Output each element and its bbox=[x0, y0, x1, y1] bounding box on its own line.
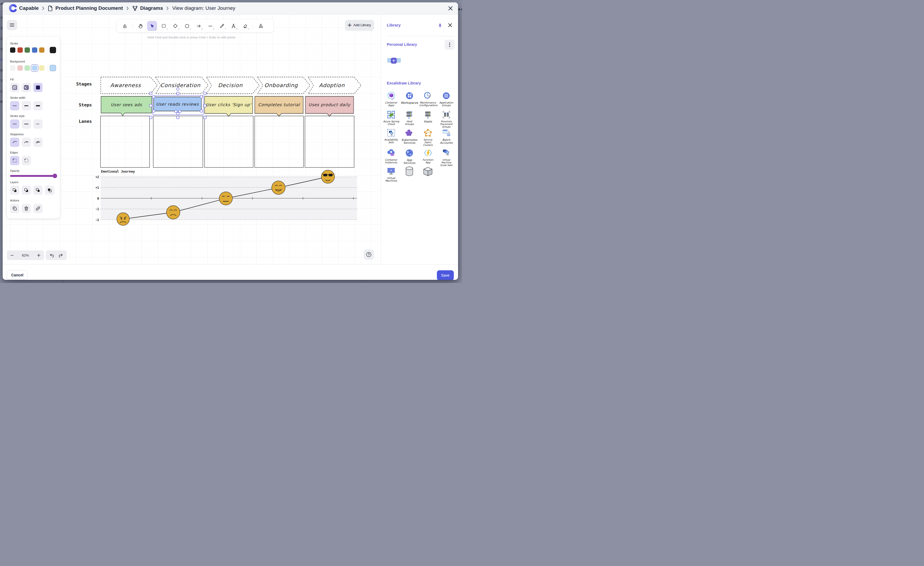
stroke-style-dashed-button[interactable] bbox=[22, 119, 31, 129]
library-item-batch-accounts[interactable]: Batch Accounts bbox=[438, 128, 455, 145]
library-item-kubernetes-services[interactable]: Kubernetes Services bbox=[400, 128, 418, 145]
bg-swatch-green[interactable] bbox=[25, 65, 30, 71]
modal-close-icon[interactable] bbox=[446, 4, 454, 12]
help-button[interactable] bbox=[364, 249, 374, 260]
stroke-swatch-blue[interactable] bbox=[32, 47, 37, 53]
point-handle[interactable] bbox=[176, 112, 179, 115]
sloppiness-architect-button[interactable] bbox=[10, 138, 19, 147]
undo-button[interactable] bbox=[50, 253, 54, 257]
stroke-style-dotted-button[interactable] bbox=[33, 119, 43, 129]
sloppiness-cartoonist-button[interactable] bbox=[33, 138, 43, 147]
library-item-container-instances[interactable]: Container Instances bbox=[382, 149, 400, 164]
library-item-proximity-placement-groups[interactable]: Proximity Placement Groups bbox=[438, 110, 455, 128]
zoom-value[interactable]: 62% bbox=[22, 253, 29, 257]
point-handle[interactable] bbox=[178, 110, 181, 113]
library-item-workspaces[interactable]: Workspaces bbox=[400, 91, 418, 105]
stroke-width-bold-button[interactable] bbox=[22, 101, 31, 110]
tool-rectangle[interactable]: 2 bbox=[159, 21, 169, 31]
stroke-width-thin-button[interactable] bbox=[10, 101, 19, 110]
bg-swatch-blue[interactable] bbox=[32, 65, 37, 71]
save-button[interactable]: Save bbox=[437, 270, 454, 280]
cancel-button[interactable]: Cancel bbox=[7, 270, 27, 280]
library-close-icon[interactable] bbox=[448, 23, 452, 28]
resize-handle[interactable] bbox=[149, 116, 152, 119]
resize-handle[interactable] bbox=[204, 104, 206, 107]
face-sad[interactable] bbox=[166, 205, 180, 219]
point-handle[interactable] bbox=[152, 110, 155, 112]
redo-button[interactable] bbox=[58, 253, 63, 257]
personal-library-menu-icon[interactable] bbox=[444, 40, 454, 50]
excalidraw-canvas[interactable]: Stages Steps Lanes Awareness Considerati… bbox=[3, 15, 381, 265]
delete-button[interactable] bbox=[22, 204, 31, 213]
tool-draw[interactable]: 7 bbox=[217, 21, 227, 31]
tool-diamond[interactable]: 3 bbox=[170, 21, 180, 31]
tool-arrow[interactable]: 5 bbox=[194, 21, 204, 31]
face-neutral[interactable] bbox=[219, 192, 232, 205]
breadcrumb-document[interactable]: Product Planning Document bbox=[55, 5, 123, 11]
fill-hachure-button[interactable] bbox=[10, 83, 19, 92]
face-happy[interactable] bbox=[272, 181, 285, 194]
face-angry[interactable] bbox=[117, 212, 129, 225]
bg-swatch-transparent[interactable] bbox=[10, 65, 15, 71]
point-handle[interactable] bbox=[152, 96, 155, 98]
stroke-swatch-orange[interactable] bbox=[39, 47, 44, 53]
library-item-host-groups[interactable]: Host Groups bbox=[400, 110, 418, 126]
opacity-slider-knob[interactable] bbox=[52, 174, 57, 178]
stroke-swatch-green[interactable] bbox=[25, 47, 30, 53]
resize-handle[interactable] bbox=[149, 104, 152, 107]
resize-handle[interactable] bbox=[204, 92, 206, 95]
personal-library-add-button[interactable] bbox=[391, 58, 397, 63]
tool-shapes[interactable] bbox=[256, 21, 266, 31]
current-stroke-swatch[interactable] bbox=[50, 47, 56, 53]
library-item-service-fabric-clusters[interactable]: Service Fabric Clusters bbox=[419, 128, 436, 146]
add-library-button[interactable]: Add Library bbox=[345, 20, 374, 30]
sloppiness-artist-button[interactable] bbox=[22, 138, 31, 147]
tool-selection[interactable]: 1 bbox=[147, 21, 157, 31]
face-cool[interactable] bbox=[321, 170, 334, 183]
breadcrumb-app[interactable]: Capable bbox=[19, 5, 39, 11]
menu-button[interactable] bbox=[7, 20, 17, 30]
library-item-cube[interactable] bbox=[419, 167, 436, 177]
library-item-application-groups[interactable]: Application Groups bbox=[438, 91, 455, 107]
bring-to-front-button[interactable] bbox=[45, 185, 54, 195]
library-item-container-apps[interactable]: Container Apps bbox=[382, 91, 400, 107]
library-item-virtual-machines[interactable]: Virtual Machines bbox=[382, 167, 400, 182]
edges-round-button[interactable] bbox=[22, 156, 31, 165]
library-item-cylinder[interactable] bbox=[400, 167, 418, 177]
library-item-maintenance-configurations[interactable]: Maintenance Configurations bbox=[419, 91, 436, 107]
resize-handle[interactable] bbox=[204, 116, 206, 119]
library-item-app-services[interactable]: App Services bbox=[400, 149, 418, 165]
resize-handle[interactable] bbox=[176, 92, 179, 95]
stroke-style-solid-button[interactable] bbox=[10, 119, 19, 129]
bg-swatch-yellow[interactable] bbox=[39, 65, 44, 71]
current-bg-swatch[interactable] bbox=[50, 65, 56, 71]
point-handle[interactable] bbox=[200, 110, 202, 112]
bg-swatch-pink[interactable] bbox=[18, 65, 23, 71]
send-backward-button[interactable] bbox=[22, 185, 31, 195]
rotate-handle[interactable] bbox=[176, 87, 179, 90]
link-button[interactable] bbox=[33, 204, 43, 213]
tool-hand[interactable] bbox=[135, 21, 146, 31]
zoom-out-button[interactable] bbox=[10, 254, 14, 257]
stroke-width-extrabold-button[interactable] bbox=[33, 101, 43, 110]
library-item-availability-sets[interactable]: Availability Sets bbox=[382, 128, 400, 144]
tool-eraser[interactable]: 0 bbox=[240, 21, 250, 31]
tool-lock[interactable] bbox=[120, 21, 130, 31]
fill-crosshatch-button[interactable] bbox=[22, 83, 31, 92]
library-item-hosts[interactable]: Hosts bbox=[419, 110, 436, 123]
breadcrumb-section[interactable]: Diagrams bbox=[140, 5, 163, 11]
library-item-virtual-machine-scale-sets[interactable]: Virtual Machine Scale Sets bbox=[438, 149, 455, 167]
stroke-swatch-black[interactable] bbox=[10, 47, 15, 53]
tool-line[interactable]: 6 bbox=[205, 21, 215, 31]
tool-ellipse[interactable]: 4 bbox=[182, 21, 192, 31]
edges-sharp-button[interactable] bbox=[10, 156, 19, 165]
stroke-swatch-red[interactable] bbox=[18, 47, 23, 53]
point-handle[interactable] bbox=[200, 96, 202, 98]
pin-icon[interactable] bbox=[438, 23, 442, 29]
library-item-function-app[interactable]: Function App bbox=[419, 149, 436, 164]
duplicate-button[interactable] bbox=[10, 204, 19, 213]
bring-forward-button[interactable] bbox=[33, 185, 43, 195]
zoom-in-button[interactable] bbox=[37, 254, 40, 257]
library-item-azure-spring-cloud[interactable]: Azure Spring Cloud bbox=[382, 110, 400, 126]
fill-solid-button[interactable] bbox=[33, 83, 43, 92]
